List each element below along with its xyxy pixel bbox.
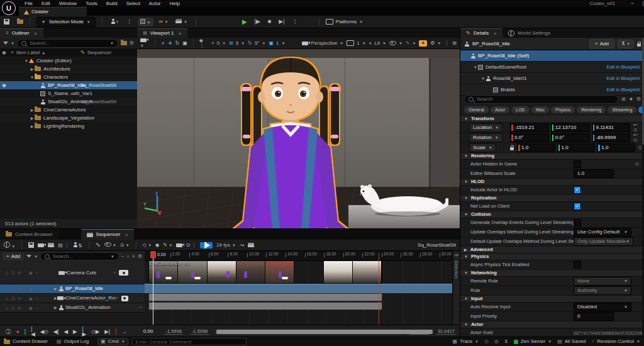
perspective-dropdown[interactable]: Perspective▼ [302,41,343,46]
range-end-b[interactable]: 31.0417 [436,328,456,335]
axis-value[interactable]: -1519.21 [510,123,549,132]
outliner-row[interactable]: ▼Characters [0,73,137,81]
record-button[interactable]: ● [14,329,22,335]
chip-lod[interactable]: LOD [511,106,529,113]
output-log-button[interactable]: ▤ Output Log [57,339,89,344]
section-header[interactable]: ▼Transform [460,116,642,123]
section-header[interactable]: ▼Replication [460,195,642,202]
current-time[interactable]: 0.00 [143,329,153,334]
content-drawer-button[interactable]: Content Drawer [4,339,48,344]
menu-window[interactable]: Window [55,1,81,6]
world-dropdown-icon[interactable]: ▼ [4,242,15,249]
step-forward-button[interactable]: |▶ [80,326,89,337]
revision-control-dropdown[interactable]: ⑂Revision Control▼ [592,339,640,344]
section-header[interactable]: ▼Networking [460,270,642,277]
sliders-icon[interactable]: ≔ [454,253,459,258]
close-icon[interactable]: ✕ [125,233,128,237]
sequence-breadcrumb-icon[interactable] [248,243,254,247]
import-icon[interactable] [17,20,23,24]
range-start-b[interactable]: -1.5998 [191,328,209,335]
outliner-row[interactable]: ▶Architecture [0,65,137,73]
film-overflow-icon[interactable]: ▤ ⋮ [58,243,69,248]
chip-rendering[interactable]: Rendering [577,106,606,113]
details-search-input[interactable]: Search [464,95,618,104]
screen-percentage-dropdown[interactable]: 1▼ [347,40,365,46]
expand-icon[interactable]: ○ [126,254,130,259]
track-search-input[interactable]: Search... ▼ [40,252,119,260]
sequencer-column[interactable]: ✎Sequencer [80,50,111,55]
camera-lock-icon[interactable] [176,243,182,247]
menu-file[interactable]: File [20,1,37,6]
add-component-button[interactable]: +Add [589,39,614,48]
curve-editor-icon[interactable]: ↝ [240,243,244,248]
section-header[interactable]: ▼Input [460,296,642,303]
step-back-button[interactable]: ◀| [51,329,62,335]
hourglass-icon[interactable]: ⧗ [504,339,508,344]
snap-magnet-icon[interactable]: Ω ⋮ [186,243,196,248]
camera-track-bar[interactable] [148,293,382,301]
axis-value[interactable]: 1.0 [517,143,555,152]
render-movie-icon[interactable] [48,243,54,247]
unreal-logo-icon[interactable]: U [2,1,16,15]
settings-gear-icon[interactable]: ⚙ [130,41,134,46]
outliner-row[interactable]: ▶LightingRendering [0,122,137,130]
dropdown[interactable]: Disabled▼ [574,303,631,311]
details-settings-gear-icon[interactable]: ⚙ [636,97,641,102]
save-icon[interactable] [4,19,9,25]
track-camera-button[interactable] [121,296,128,301]
curve-pen-icon[interactable]: ✎ ▼ [163,243,172,248]
checkbox[interactable] [574,160,581,168]
blueprints-dropdown[interactable]: ∞ ▼ [157,19,170,25]
dropdown[interactable]: Authority▼ [574,286,631,295]
outliner-search-input[interactable]: Search... ▼ [17,39,118,48]
outliner-row[interactable]: ▶CineCameraActors [0,106,137,114]
filmstrip-thumbnail[interactable] [353,261,382,283]
stoat-character[interactable] [354,179,448,218]
checkbox[interactable] [574,219,581,226]
axis-value[interactable]: 0.0° [551,133,590,142]
favorites-star-icon[interactable]: ★ [629,97,633,102]
zen-server-dropdown[interactable]: Zen Server▼ [514,339,552,344]
save-sequence-icon[interactable] [28,242,34,248]
maximize-viewport-icon[interactable]: ⊞ [452,41,457,46]
next-key-button[interactable]: ◇▶ [89,329,102,335]
platforms-dropdown[interactable]: Platforms ▼ [326,19,364,25]
loop-info-button[interactable]: ⓘ [3,329,14,335]
axis-value[interactable]: 1.0 [597,143,635,152]
display-grid-icon[interactable]: ⊞ [621,97,626,102]
play-options-icon[interactable]: ⋮ [291,19,300,25]
list-icon[interactable]: ≡ [132,254,135,259]
close-icon[interactable]: ✕ [493,31,497,36]
close-icon[interactable]: ✕ [34,31,38,36]
section-header[interactable]: ▼HLOD [460,179,642,186]
section-header[interactable]: ▶Advanced [460,247,642,254]
section-header[interactable]: ▼Collision [460,211,642,218]
collapse-icon[interactable]: − [121,254,125,259]
chip-actor[interactable]: Actor [491,106,509,113]
playhead-marker[interactable] [150,251,156,259]
outliner-row[interactable]: Stoat02c_AnimationSq_RoseStoatSit [0,98,137,106]
edit-in-blueprint-link[interactable]: Edit in Blueprint [606,65,640,70]
chip-physics[interactable]: Physics [551,106,575,113]
scale-tool-icon[interactable]: ▣ [182,41,187,46]
to-end-button[interactable]: ▶| [102,329,113,335]
minimize-button[interactable]: − [631,1,634,6]
menu-select[interactable]: Select [122,1,145,6]
edit-in-blueprint-link[interactable]: Edit in Blueprint [606,76,640,81]
axis-value[interactable]: -89.9999 [592,133,631,142]
blueprint-dropdown[interactable]: ⊼ ▼ [618,40,634,48]
view-options-icon[interactable]: ▼ [104,242,116,248]
menu-tools[interactable]: Tools [81,1,102,6]
sequencer-track-row[interactable]: ⊥⊡⊘◉∩Camera Cuts+ [0,262,145,284]
details-tab[interactable]: ✎ Details ✕ [460,28,502,38]
filmstrip-thumbnail[interactable] [208,261,236,283]
create-camera-icon[interactable] [38,243,44,247]
timeline-ruler[interactable]: 2.004.006.008.0010.0012.0014.0016.0018.0… [145,251,452,261]
menu-actor[interactable]: Actor [145,1,165,6]
to-front-button[interactable]: |◀ [28,326,38,337]
selected-track-bar[interactable] [145,284,452,294]
viewport-tab[interactable]: ⊞ Viewport 1 ✕ [137,28,187,38]
jump-button[interactable]: → [119,329,130,335]
outliner-row[interactable]: ▶Landscape_Vegetation [0,114,137,122]
rotation-snap[interactable]: ↻5°▼ [248,41,265,46]
